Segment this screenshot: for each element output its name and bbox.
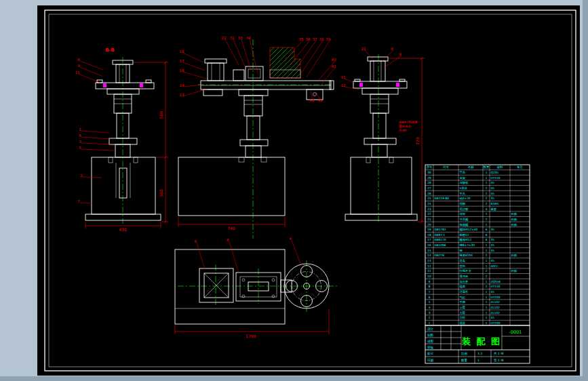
balloon-7: 7 [77, 199, 80, 203]
table-cell-qty: 1 [486, 223, 488, 226]
table-cell-qty: 1 [486, 300, 488, 304]
table-cell-name: V形块 [460, 186, 468, 190]
table-cell-name: 大臂 [460, 310, 466, 315]
flange-detail [103, 83, 106, 87]
table-cell-qty: 2 [486, 197, 488, 200]
table-header: 备注 [517, 165, 523, 169]
table-cell-name: 罩壳 [460, 171, 466, 174]
table-cell-name: 销4×20 [460, 197, 471, 200]
table-cell-material: HT150 [491, 285, 501, 288]
table-cell-no: 20 [427, 223, 431, 226]
table-cell-name: 轴 [460, 249, 463, 252]
table-cell-name: 端盖 [459, 285, 466, 288]
table-cell-material: HT150 [491, 176, 501, 180]
table-cell-name: 缓冲器 [460, 275, 469, 278]
table-cell-qty: 6 [486, 228, 488, 231]
drawing-code: -0001 [509, 329, 522, 335]
tb-row-check: 审核 [427, 346, 434, 349]
table-cell-name: 油杯 [460, 212, 466, 216]
table-cell-qty: 1 [486, 290, 488, 294]
table-cell-no: 4 [429, 306, 431, 309]
cad-drawing-surface[interactable]: B-B [0, 0, 588, 381]
table-cell-name: 导向套 [460, 280, 469, 283]
tb-scale-value: 1:2 [477, 352, 482, 355]
balloon-43: 43 [318, 98, 323, 102]
flange-detail [396, 83, 399, 87]
table-cell-material: 65Mn [491, 202, 499, 205]
balloon-1: 1 [79, 127, 81, 132]
table-cell-no: 5 [429, 300, 431, 304]
balloon-9: 9 [399, 52, 401, 56]
table-cell-code: GB5782 [435, 228, 446, 231]
table-cell-no: 24 [427, 202, 431, 205]
table-cell-qty: 1 [486, 296, 488, 299]
table-cell-qty: 1 [486, 212, 488, 216]
table-cell-material: 45 [491, 316, 495, 319]
table-cell-no: 10 [427, 275, 431, 278]
table-cell-material: 45 [491, 186, 495, 190]
table-cell-qty: 2 [486, 275, 488, 278]
table-cell-no: 21 [427, 218, 431, 221]
table-cell-qty: 1 [486, 306, 488, 309]
balloon-16: 16 [180, 49, 184, 54]
balloon-21: 21 [361, 47, 366, 51]
table-cell-no: 14 [427, 254, 431, 257]
dim-label-770: 770 [415, 137, 420, 145]
table-cell-no: 23 [427, 207, 431, 211]
table-cell-name: 密封圈 [460, 207, 469, 211]
table-cell-material: 35 [491, 238, 495, 241]
table-cell-material: 橡胶 [491, 207, 497, 211]
table-cell-qty: 1 [486, 280, 488, 283]
cad-viewer-window: B-B [0, 0, 588, 381]
balloon-37: 37 [313, 37, 317, 41]
table-cell-material: 40Cr [491, 264, 498, 268]
table-cell-name: 小臂 [460, 305, 466, 309]
table-cell-name: 键8×7×30 [459, 243, 475, 247]
table-cell-qty: 1 [486, 181, 488, 184]
table-cell-no: 28 [427, 181, 431, 184]
table-cell-no: 11 [427, 269, 431, 273]
table-cell-no: 18 [427, 233, 431, 237]
dim-label-1700: 1700 [246, 334, 256, 338]
table-header: 数量 [484, 165, 490, 169]
balloon-33: 33 [238, 36, 243, 40]
table-cell-no: 2 [429, 316, 431, 319]
table-cell-material: 45 [491, 192, 495, 195]
table-cell-qty: 2 [486, 218, 488, 221]
balloon-11: 11 [341, 75, 346, 79]
table-cell-material: ZL102 [491, 311, 501, 315]
table-cell-qty: 1 [486, 171, 488, 174]
table-cell-code: GB97.1 [435, 233, 446, 237]
table-cell-no: 8 [429, 285, 431, 288]
table-cell-qty: 2 [486, 202, 488, 205]
table-cell-name: 垫圈12 [460, 233, 469, 237]
balloon-8: 8 [77, 58, 80, 62]
balloon-17: 17 [180, 59, 184, 63]
tb-qty-label: 数量 [461, 359, 468, 362]
tb-sheet-no: 第 1 张 [494, 359, 504, 362]
balloon-12: 12 [341, 83, 346, 87]
drawing-canvas[interactable] [37, 5, 580, 376]
window-edge-right [583, 0, 588, 381]
table-cell-qty: 1 [486, 259, 488, 262]
note-line-1: M8的T型槽用 [399, 120, 418, 124]
table-cell-no: 12 [427, 264, 431, 268]
balloon-4: 4 [289, 237, 292, 241]
table-cell-name: 气缸 [460, 296, 466, 299]
dim-label-430: 430 [119, 227, 127, 232]
table-cell-no: 27 [427, 186, 431, 190]
balloon-18: 18 [180, 68, 184, 73]
table-cell-no: 25 [427, 197, 431, 200]
table-cell-name: 支架 [460, 176, 466, 180]
table-header: 名称 [468, 165, 474, 169]
section-label: B-B [105, 47, 115, 53]
balloon-36: 36 [306, 37, 311, 41]
dim-label-740: 740 [227, 226, 235, 230]
table-cell-name: 齿条 [460, 259, 466, 262]
table-cell-qty: 1 [486, 243, 488, 247]
table-header: 代号 [442, 165, 449, 169]
balloon-8: 8 [391, 47, 393, 51]
balloon-15: 15 [75, 71, 80, 75]
tb-row-design: 设计 [427, 327, 434, 331]
table-cell-qty: 1 [486, 321, 488, 325]
